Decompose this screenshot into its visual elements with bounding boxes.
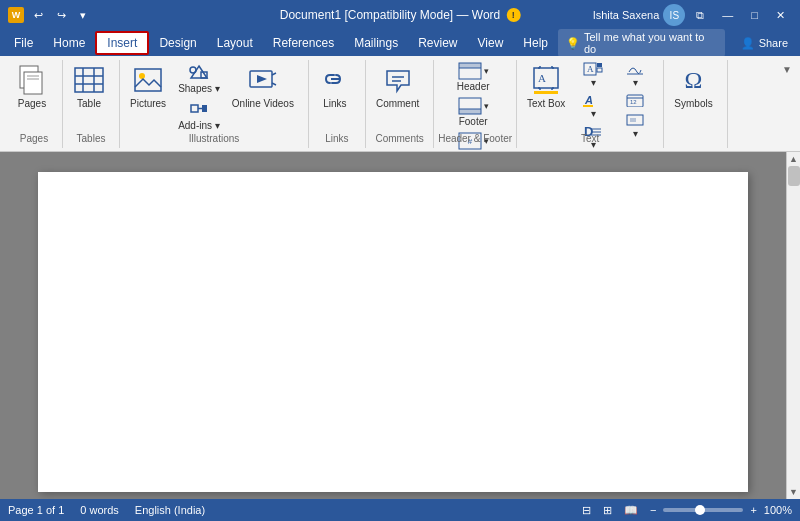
quickparts-button[interactable]: A ▾ bbox=[573, 60, 613, 90]
table-icon bbox=[73, 64, 105, 96]
vertical-scrollbar[interactable]: ▲ ▼ bbox=[786, 152, 800, 499]
menu-help[interactable]: Help bbox=[513, 33, 558, 53]
app-window: W ↩ ↪ ▾ Document1 [Compatibility Mode] —… bbox=[0, 0, 800, 521]
view-print-btn[interactable]: ⊟ bbox=[579, 503, 594, 518]
footer-button[interactable]: ▾ Footer bbox=[438, 95, 508, 129]
user-area: Ishita Saxena IS bbox=[593, 4, 686, 26]
header-arrow: ▾ bbox=[484, 66, 489, 76]
illustrations-group-label: Illustrations bbox=[120, 133, 308, 144]
comments-group-label: Comments bbox=[366, 133, 433, 144]
ribbon-group-tables: Table Tables bbox=[63, 60, 120, 148]
close-button[interactable]: ✕ bbox=[769, 7, 792, 24]
word-icon: W bbox=[8, 7, 24, 23]
table-label: Table bbox=[77, 98, 101, 109]
table-button[interactable]: Table bbox=[67, 60, 111, 113]
svg-point-10 bbox=[139, 73, 145, 79]
redo-button[interactable]: ↪ bbox=[53, 7, 70, 24]
share-icon: 👤 bbox=[741, 37, 755, 50]
pages-label: Pages bbox=[18, 98, 46, 109]
svg-marker-18 bbox=[257, 75, 267, 83]
document-page[interactable] bbox=[38, 172, 748, 492]
share-button[interactable]: 👤 Share bbox=[733, 35, 796, 52]
ribbon-group-links: Links Links bbox=[309, 60, 366, 148]
zoom-slider[interactable] bbox=[663, 508, 743, 512]
links-button[interactable]: Links bbox=[313, 60, 357, 113]
title-bar-left: W ↩ ↪ ▾ bbox=[8, 7, 90, 24]
window-mode-button[interactable]: ⧉ bbox=[689, 7, 711, 24]
shapes-label: Shapes ▾ bbox=[178, 83, 220, 94]
ribbon-group-symbols: Ω Symbols bbox=[664, 60, 727, 148]
menu-layout[interactable]: Layout bbox=[207, 33, 263, 53]
ribbon-group-pages: Pages Pages bbox=[6, 60, 63, 148]
textbox-button[interactable]: A Text Box bbox=[521, 60, 571, 113]
symbols-button[interactable]: Ω Symbols bbox=[668, 60, 718, 113]
menu-mailings[interactable]: Mailings bbox=[344, 33, 408, 53]
signature-button[interactable]: ▾ bbox=[615, 60, 655, 90]
user-name: Ishita Saxena bbox=[593, 9, 660, 21]
zoom-in-btn[interactable]: + bbox=[747, 503, 759, 517]
pages-icon bbox=[16, 64, 48, 96]
view-read-btn[interactable]: 📖 bbox=[621, 503, 641, 518]
header-button[interactable]: ▾ Header bbox=[438, 60, 508, 94]
footer-icon bbox=[458, 97, 482, 115]
lightbulb-icon: 💡 bbox=[566, 37, 580, 50]
svg-text:12: 12 bbox=[630, 99, 637, 105]
menu-design[interactable]: Design bbox=[149, 33, 206, 53]
menu-review[interactable]: Review bbox=[408, 33, 467, 53]
textbox-icon: A bbox=[530, 64, 562, 96]
minimize-button[interactable]: — bbox=[715, 7, 740, 23]
wordart-icon: A bbox=[583, 93, 603, 107]
header-icon-area: ▾ bbox=[458, 62, 489, 80]
menu-home[interactable]: Home bbox=[43, 33, 95, 53]
undo-button[interactable]: ↩ bbox=[30, 7, 47, 24]
svg-rect-45 bbox=[597, 63, 602, 67]
scroll-down-button[interactable]: ▼ bbox=[789, 487, 798, 497]
sig-icon bbox=[625, 62, 645, 76]
text-sig-col: ▾ 12 bbox=[615, 60, 655, 141]
comment-icon bbox=[382, 64, 414, 96]
svg-rect-48 bbox=[583, 105, 593, 107]
comment-button[interactable]: Comment bbox=[370, 60, 425, 113]
menu-view[interactable]: View bbox=[468, 33, 514, 53]
maximize-button[interactable]: □ bbox=[744, 7, 765, 23]
wordart-button[interactable]: A ▾ bbox=[573, 91, 613, 121]
quickparts-icon: A bbox=[583, 62, 603, 76]
online-videos-button[interactable]: Online Videos bbox=[226, 60, 300, 113]
svg-rect-9 bbox=[135, 69, 161, 91]
datetime-button[interactable]: 12 bbox=[615, 91, 655, 110]
pictures-icon bbox=[132, 64, 164, 96]
menu-file[interactable]: File bbox=[4, 33, 43, 53]
addins-button[interactable]: Add-ins ▾ bbox=[174, 97, 224, 133]
language: English (India) bbox=[135, 504, 205, 516]
online-videos-label: Online Videos bbox=[232, 98, 294, 109]
svg-rect-4 bbox=[75, 68, 103, 92]
hf-group-label: Header & Footer bbox=[434, 133, 516, 144]
zoom-out-btn[interactable]: − bbox=[647, 503, 659, 517]
scroll-up-button[interactable]: ▲ bbox=[789, 154, 798, 164]
menu-bar: File Home Insert Design Layout Reference… bbox=[0, 30, 800, 56]
ribbon-scroll-btn[interactable]: ▼ bbox=[782, 64, 792, 75]
scroll-thumb bbox=[788, 166, 800, 186]
tables-group-label: Tables bbox=[63, 133, 119, 144]
symbols-icon: Ω bbox=[678, 64, 710, 96]
main-content bbox=[0, 152, 786, 499]
ribbon-group-header-footer: ▾ Header ▾ Footer bbox=[434, 60, 517, 148]
user-avatar[interactable]: IS bbox=[663, 4, 685, 26]
svg-rect-1 bbox=[24, 72, 42, 94]
zoom-thumb bbox=[695, 505, 705, 515]
document-area[interactable] bbox=[0, 152, 786, 499]
ribbon-group-symbols-content: Ω Symbols bbox=[668, 60, 718, 148]
title-bar-center: Document1 [Compatibility Mode] — Word ! bbox=[280, 8, 521, 22]
shapes-button[interactable]: Shapes ▾ bbox=[174, 60, 224, 96]
pages-button[interactable]: Pages bbox=[10, 60, 54, 113]
qat-dropdown-button[interactable]: ▾ bbox=[76, 7, 90, 24]
title-bar: W ↩ ↪ ▾ Document1 [Compatibility Mode] —… bbox=[0, 0, 800, 30]
symbols-label: Symbols bbox=[674, 98, 712, 109]
menu-insert[interactable]: Insert bbox=[95, 31, 149, 55]
menu-references[interactable]: References bbox=[263, 33, 344, 53]
pictures-button[interactable]: Pictures bbox=[124, 60, 172, 113]
tell-me-box[interactable]: 💡 Tell me what you want to do bbox=[558, 29, 725, 57]
svg-text:A: A bbox=[538, 72, 546, 84]
view-web-btn[interactable]: ⊞ bbox=[600, 503, 615, 518]
share-label: Share bbox=[759, 37, 788, 49]
